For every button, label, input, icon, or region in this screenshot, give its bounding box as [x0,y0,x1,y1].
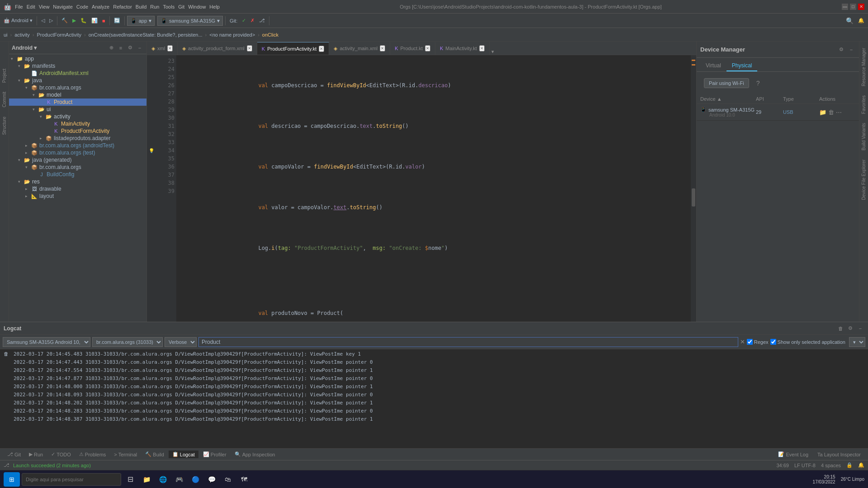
breadcrumb-method[interactable]: onCreate(savedInstanceState: Bundle?, pe… [87,31,204,38]
tab-productform-close[interactable]: ✕ [319,46,324,52]
tab-xml-close[interactable]: ✕ [167,45,173,52]
dm-settings-button[interactable]: ⚙ [837,46,845,54]
bottom-tab-todo[interactable]: ✓ TODO [47,450,75,458]
git-check[interactable]: ✓ [240,15,248,26]
tab-main-xml-close[interactable]: ✕ [380,45,385,52]
menu-refactor[interactable]: Refactor [113,4,132,9]
favorites-strip[interactable]: Favorites [861,95,866,114]
search-everywhere[interactable]: 🔍 [844,15,855,26]
tab-activity-product[interactable]: ◈ activity_product_form.xml ✕ [178,42,257,55]
bottom-tab-profiler[interactable]: 📈 Profiler [199,450,230,458]
tree-item-mainactivity[interactable]: K MainActivity [9,120,146,127]
tree-item-drawable[interactable]: ▸ 🖼 drawable [9,185,146,192]
device-file-explorer-strip[interactable]: Device File Explorer [861,160,866,200]
menu-git[interactable]: Git [178,4,184,9]
logcat-search-clear[interactable]: ✕ [740,338,745,345]
tree-item-activity[interactable]: ▾ 📂 activity [9,113,146,120]
steam-taskbar[interactable]: 🎮 [172,472,186,487]
tree-item-app[interactable]: ▾ 📁 app [9,55,146,62]
bottom-tab-logcat[interactable]: 📋 Logcat [169,450,198,458]
bottom-tab-run[interactable]: ▶ Run [25,450,47,458]
tree-item-productformactivity[interactable]: K ProductFormActivity [9,127,146,135]
tree-item-package-main[interactable]: ▾ 📦 br.com.alura.orgs [9,84,146,91]
menu-run[interactable]: Run [150,4,159,9]
code-editor[interactable]: 💡 23 24 25 26 27 28 29 30 31 [147,55,696,322]
project-dropdown[interactable]: 🤖 Android ▾ [2,15,34,26]
caret-position[interactable]: 34:69 [776,463,789,468]
logcat-device-select[interactable]: Samsung SM-A315G Android 10, [3,337,90,347]
logcat-level-select[interactable]: Verbose [165,337,197,347]
menu-tools[interactable]: Tools [163,4,175,9]
dm-tab-physical[interactable]: Physical [726,61,758,71]
editor-scrollbar[interactable] [691,55,696,322]
tree-item-test[interactable]: ▸ 📦 br.com.alura.orgs (test) [9,149,146,156]
tree-item-layout[interactable]: ▸ 📐 layout [9,192,146,200]
taskbar-search[interactable] [22,473,121,486]
git-icon[interactable]: Git: [228,15,239,26]
device-dropdown[interactable]: 📱 samsung SM-A315G ▾ [157,16,223,26]
bottom-tab-git[interactable]: ⎇ Git [4,450,24,458]
nav-back[interactable]: ◁ [39,15,47,26]
tab-mainactivity-close[interactable]: ✕ [479,45,485,52]
logcat-close-button[interactable]: − [856,324,864,333]
bottom-tab-problems[interactable]: ⚠ Problems [75,450,109,458]
dm-help-button[interactable]: ? [756,80,760,87]
project-strip-label[interactable]: Project [2,69,7,83]
only-selected-check[interactable] [770,339,776,345]
tree-item-package-gen[interactable]: ▾ 📦 br.com.alura.orgs [9,164,146,171]
panel-minimize[interactable]: − [136,44,144,52]
tree-item-buildconfig[interactable]: J BuildConfig [9,171,146,178]
dm-action-more[interactable]: ⋯ [836,109,842,116]
logcat-package-select[interactable]: br.com.alura.orgs (31033) [92,337,163,347]
build-button[interactable]: 🔨 [60,15,70,26]
tree-item-ui[interactable]: ▾ 📂 ui [9,106,146,113]
git-branch[interactable]: ⎇ [257,15,267,26]
logcat-only-selected-checkbox[interactable]: Show only selected application [770,339,845,345]
build-variants-strip[interactable]: Build Variants [861,123,866,150]
task-view-button[interactable]: ⊟ [123,472,137,487]
run-with-coverage[interactable]: 📊 [90,15,99,26]
maps-taskbar[interactable]: 🗺 [237,472,251,487]
tree-item-androidtest[interactable]: ▸ 📦 br.com.alura.orgs (androidTest) [9,142,146,149]
menu-view[interactable]: View [39,4,50,9]
edge-taskbar[interactable]: 🌐 [156,472,170,487]
panel-collapse[interactable]: ≡ [117,44,125,52]
stop-button[interactable]: ■ [100,15,107,26]
bottom-tab-app-inspection[interactable]: 🔍 App Inspection [231,450,279,458]
tree-item-res[interactable]: ▾ 📂 res [9,178,146,185]
tab-product-close[interactable]: ✕ [247,45,252,52]
tree-item-java-gen[interactable]: ▾ 📂 java (generated) [9,156,146,164]
dm-action-trash[interactable]: 🗑 [828,109,834,116]
tab-product-kt-close[interactable]: ✕ [425,45,430,52]
tree-item-java[interactable]: ▾ 📂 java [9,77,146,84]
start-button[interactable]: ⊞ [4,472,20,487]
tab-main-xml[interactable]: ◈ activity_main.xml ✕ [329,42,390,55]
tree-item-model[interactable]: ▾ 📂 model [9,91,146,99]
tab-productform-kt[interactable]: K ProductFormActivity.kt ✕ [257,42,330,55]
regex-check[interactable] [747,339,753,345]
commit-strip-label[interactable]: Commit [2,92,7,107]
encoding-info[interactable]: LF UTF-8 [794,463,816,468]
menu-build[interactable]: Build [136,4,146,9]
dm-action-folder[interactable]: 📁 [819,109,826,116]
file-explorer-taskbar[interactable]: 📁 [139,472,154,487]
dm-tab-virtual[interactable]: Virtual [700,61,726,71]
logcat-regex-checkbox[interactable]: Regex [747,339,769,345]
bottom-tab-build[interactable]: 🔨 Build [142,450,167,458]
logcat-search-input[interactable] [198,337,738,347]
tree-item-manifest-xml[interactable]: 📄 AndroidManifest.xml [9,70,146,77]
dm-pair-button[interactable]: Pair using Wi-Fi [704,78,749,88]
menu-edit[interactable]: Edit [27,4,35,9]
chrome-taskbar[interactable]: 🔵 [188,472,203,487]
menu-window[interactable]: Window [188,4,206,9]
menu-analyze[interactable]: Analyze [92,4,109,9]
code-content[interactable]: val campoDescricao = findViewById<EditTe… [176,55,691,322]
tree-item-adapter[interactable]: ▸ 📦 listadeprodutos.adapter [9,135,146,142]
breadcrumb-onclick[interactable]: onClick [260,31,280,38]
structure-strip-label[interactable]: Structure [2,117,7,135]
notifications[interactable]: 🔔 [856,15,866,26]
dm-close-button[interactable]: − [847,46,855,54]
bottom-tab-terminal[interactable]: > Terminal [110,451,141,458]
bottom-tab-event-log[interactable]: 📝 Event Log [774,450,812,458]
debug-button[interactable]: 🐛 [79,15,89,26]
